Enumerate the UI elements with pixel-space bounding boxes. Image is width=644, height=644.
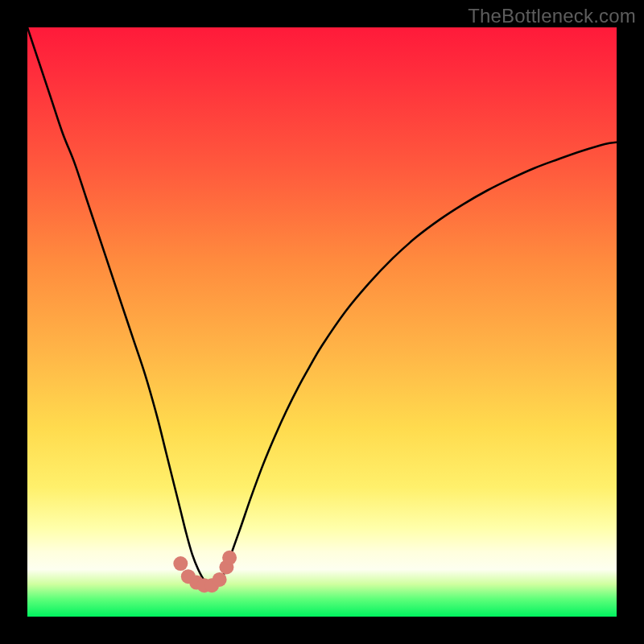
chart-frame: TheBottleneck.com [0,0,644,644]
sample-dot [222,551,237,565]
bottleneck-curve [27,27,617,586]
sample-dot [173,556,188,571]
chart-svg-layer [27,27,617,617]
watermark-text: TheBottleneck.com [468,5,636,27]
sample-dot [213,572,227,587]
sample-dots-group [173,551,237,592]
chart-plot-area [27,27,617,617]
